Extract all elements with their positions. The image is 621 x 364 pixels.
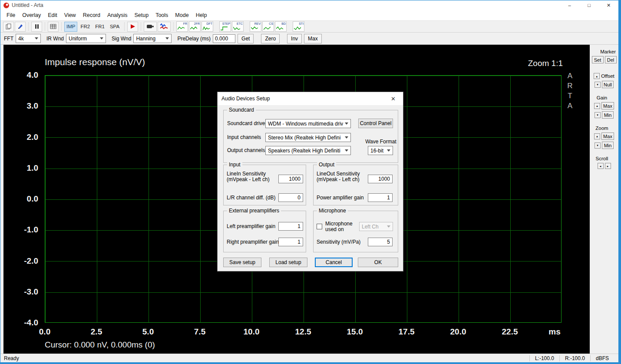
scroll-right-button[interactable]: ▸ xyxy=(605,163,611,169)
copy-document-icon[interactable] xyxy=(3,22,14,32)
menu-edit[interactable]: Edit xyxy=(44,11,61,20)
menu-file[interactable]: File xyxy=(3,11,19,20)
cancel-button[interactable]: Cancel xyxy=(315,258,353,267)
signal-channels-icon[interactable] xyxy=(158,22,171,32)
menu-record[interactable]: Record xyxy=(79,11,104,20)
soundcard-group-label: Soundcard xyxy=(227,107,256,113)
marker-del-button[interactable]: Del xyxy=(605,56,617,63)
fft-combobox[interactable]: 4k xyxy=(16,34,41,43)
sig-wnd-combobox[interactable]: Hanning xyxy=(133,34,172,43)
mic-sensitivity-input[interactable] xyxy=(368,238,393,246)
x-tick: 2.5 xyxy=(91,327,102,337)
tool-bd-label: BD xyxy=(281,22,286,25)
soundcard-driver-combobox[interactable]: WDM - Windows multimedia driver xyxy=(265,119,351,128)
y-tick: -3.0 xyxy=(3,287,41,297)
mode-spa-button[interactable]: SPA xyxy=(108,22,122,32)
gain-up-spinner[interactable]: ▴ xyxy=(594,103,600,109)
x-tick: 22.5 xyxy=(502,327,518,337)
linein-sensitivity-label: LineIn Sensitivity (mVpeak - Left ch) xyxy=(227,171,272,182)
mic-used-label: Microphone used on xyxy=(325,221,355,232)
predelay-input[interactable] xyxy=(213,34,235,43)
inv-button[interactable]: Inv xyxy=(287,34,302,43)
offset-null-button[interactable]: Null xyxy=(602,81,614,88)
tool-bd-icon[interactable]: BD xyxy=(275,21,287,32)
close-button[interactable]: ✕ xyxy=(599,0,618,10)
chevron-down-icon xyxy=(165,37,169,40)
offset-up-spinner[interactable]: ▴ xyxy=(594,73,600,79)
input-group-label: Input xyxy=(227,162,242,168)
lr-channel-diff-input[interactable] xyxy=(278,193,303,202)
linein-sensitivity-input[interactable] xyxy=(278,175,303,183)
tool-sti-label: STI xyxy=(299,22,304,25)
control-panel-button[interactable]: Control Panel xyxy=(358,119,393,128)
zero-button[interactable]: Zero xyxy=(261,34,280,43)
left-preamp-gain-input[interactable] xyxy=(278,222,303,231)
max-button[interactable]: Max xyxy=(304,34,322,43)
y-tick: 1.0 xyxy=(3,163,41,173)
dialog-close-icon[interactable]: ✕ xyxy=(383,92,403,105)
marker-set-button[interactable]: Set xyxy=(592,56,604,63)
spreadsheet-icon[interactable] xyxy=(48,22,59,32)
tool-etc-icon[interactable]: ETC xyxy=(232,21,244,32)
arta-app-icon xyxy=(3,3,9,8)
zoom-min-button[interactable]: Min xyxy=(602,142,614,149)
output-group-label: Output xyxy=(317,162,336,168)
zoom-up-spinner[interactable]: ▴ xyxy=(594,133,600,139)
save-setup-button[interactable]: Save setup xyxy=(223,258,261,267)
lineout-sensitivity-input[interactable] xyxy=(368,175,393,183)
mode-fr1-button[interactable]: FR1 xyxy=(93,22,107,32)
level-unit-label: dBFS xyxy=(590,355,614,361)
menu-tools[interactable]: Tools xyxy=(152,11,172,20)
menu-view[interactable]: View xyxy=(61,11,79,20)
tool-sti-icon[interactable]: STI xyxy=(293,21,304,32)
scroll-label: Scroll xyxy=(590,156,618,161)
microphone-group-label: Microphone xyxy=(317,208,348,214)
zoom-down-spinner[interactable]: ▾ xyxy=(595,142,601,149)
minimize-button[interactable]: – xyxy=(560,0,579,10)
menu-mode[interactable]: Mode xyxy=(172,11,192,20)
soundcard-driver-label: Soundcard driver xyxy=(227,121,267,126)
gain-down-spinner[interactable]: ▾ xyxy=(595,112,601,118)
gain-min-button[interactable]: Min xyxy=(602,111,614,119)
toolbar-separator xyxy=(124,22,125,31)
tool-dft-icon[interactable]: DFT xyxy=(201,21,213,32)
maximize-button[interactable]: □ xyxy=(579,0,599,10)
mode-imp-button[interactable]: IMP xyxy=(64,22,77,32)
mic-used-checkbox[interactable] xyxy=(317,224,322,229)
tool-2fr-icon[interactable]: 2FR xyxy=(189,21,201,32)
tool-etc-label: ETC xyxy=(237,22,243,25)
gain-max-button[interactable]: Max xyxy=(601,102,614,109)
pause-icon[interactable] xyxy=(31,22,42,32)
ir-wnd-value: Uniform xyxy=(69,36,98,42)
right-preamp-gain-label: Right preamplifier gain xyxy=(227,239,279,245)
tool-dft-label: DFT xyxy=(206,22,212,25)
get-button[interactable]: Get xyxy=(238,34,254,43)
tool-cs-icon[interactable]: CS xyxy=(262,21,274,32)
offset-down-spinner[interactable]: ▾ xyxy=(595,82,601,88)
wave-format-combobox[interactable]: 16-bit xyxy=(368,146,393,155)
menu-help[interactable]: Help xyxy=(192,11,211,20)
tool-step-icon[interactable]: STEP xyxy=(219,21,231,32)
menu-analysis[interactable]: Analysis xyxy=(104,11,131,20)
menu-overlay[interactable]: Overlay xyxy=(19,11,44,20)
load-setup-button[interactable]: Load setup xyxy=(269,258,307,267)
right-preamp-gain-input[interactable] xyxy=(278,238,303,246)
tool-fr-icon[interactable]: FR xyxy=(176,21,188,32)
scroll-left-button[interactable]: ◂ xyxy=(598,163,604,169)
power-amplifier-gain-input[interactable] xyxy=(368,193,393,202)
x-tick: 0.0 xyxy=(39,327,50,337)
mode-fr2-button[interactable]: FR2 xyxy=(78,22,92,32)
record-play-icon[interactable] xyxy=(127,22,138,32)
output-channels-combobox[interactable]: Speakers (Realtek High Definiti xyxy=(265,146,351,155)
menu-setup[interactable]: Setup xyxy=(131,11,152,20)
sig-wnd-value: Hanning xyxy=(136,36,164,42)
color-pen-icon[interactable] xyxy=(15,22,26,32)
x-tick: 7.5 xyxy=(194,327,205,337)
generator-icon[interactable] xyxy=(144,22,157,32)
ir-wnd-combobox[interactable]: Uniform xyxy=(66,34,106,43)
input-channels-combobox[interactable]: Stereo Mix (Realtek High Defini xyxy=(265,133,351,142)
output-channels-label: Output channels xyxy=(227,148,265,153)
tool-rev-icon[interactable]: REV xyxy=(250,21,261,32)
zoom-max-button[interactable]: Max xyxy=(601,132,614,140)
ok-button[interactable]: OK xyxy=(358,258,398,267)
